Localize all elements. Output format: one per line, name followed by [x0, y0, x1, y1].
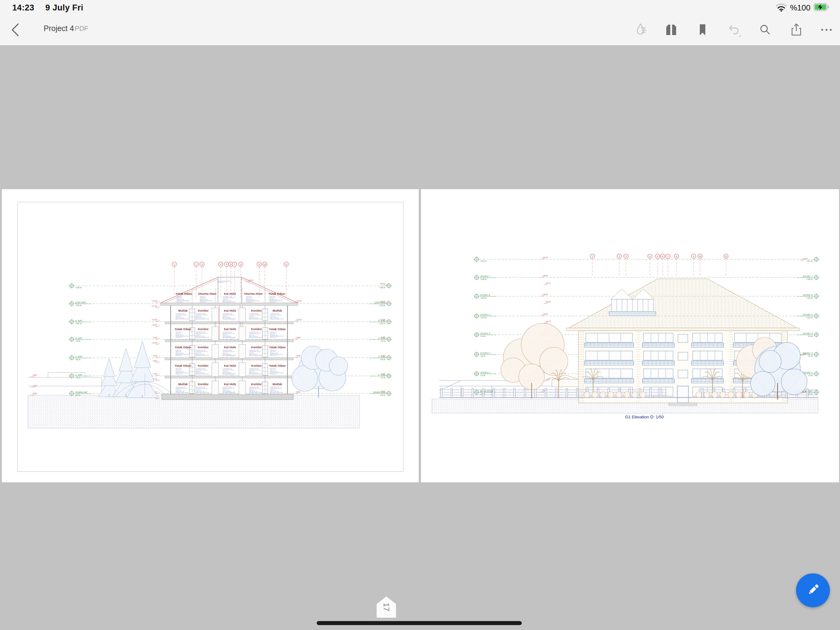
- fence-post: [566, 388, 568, 398]
- fence-post: [503, 388, 505, 398]
- bush: [696, 392, 702, 398]
- spec-line: – Sıva (2.5 cm): [269, 337, 276, 338]
- grid-bubble-label: 2: [196, 263, 197, 266]
- undo-icon[interactable]: [726, 22, 741, 38]
- grid-bubble-label: 7: [234, 263, 235, 266]
- section-door: [212, 345, 219, 358]
- elevation-tag: +11.50: [152, 342, 157, 343]
- grid-bubble-label: 6: [662, 255, 663, 258]
- stair-window: [678, 370, 688, 378]
- story-name: STORY 7: [803, 275, 813, 278]
- roof-spec-line: – Betonarme Döşeme (15 cm): [217, 280, 231, 282]
- spec-line: – İzolasyon (5 cm): [269, 299, 277, 300]
- spec-line: – Sıva (2.5 cm): [269, 301, 275, 303]
- story-elev: +12 m: [807, 316, 813, 319]
- story-name: 2. KAT: [75, 355, 82, 358]
- story-elev: +12 m: [379, 322, 385, 325]
- spec-line: – Sıva (2.5 cm): [175, 374, 182, 375]
- pdf-page-section[interactable]: +18 m+18 m+18.00ÇATI KATI+15 mÇATI KATI+…: [2, 189, 419, 482]
- elevation-drawing: +21 m+21 mSTORY 7+18 mSTORY 7+18 mSTORY …: [421, 189, 839, 482]
- room-label: Koridor: [198, 327, 209, 331]
- grid-bubble-label: 4: [649, 255, 651, 258]
- bush: [616, 392, 622, 398]
- fence-post: [514, 388, 515, 398]
- status-right: %100: [775, 2, 830, 13]
- story-elev: +3 m: [480, 374, 485, 377]
- story-elev: +6 m: [381, 358, 385, 361]
- fence-post: [535, 388, 536, 398]
- elevation-tag: +6.00: [153, 355, 157, 356]
- story-name: STORY 1: [480, 371, 490, 374]
- grid-bubble-label: 9: [693, 255, 694, 258]
- foundation-slab: [162, 394, 293, 400]
- fence-post: [524, 388, 526, 398]
- spec-line: – Betonarme Döşeme (15 cm): [222, 301, 235, 303]
- story-name: STORY 4: [480, 313, 490, 316]
- spec-line: – Betonarme Döşeme (15 cm): [175, 318, 188, 320]
- page-scrubber-tab[interactable]: 17: [377, 597, 396, 618]
- grid-bubble-label: 3: [201, 263, 203, 266]
- spec-line: – İzolasyon (5 cm): [175, 371, 183, 372]
- bush: [728, 392, 734, 398]
- status-time: 14:23: [12, 3, 35, 12]
- stair-window: [678, 334, 688, 342]
- section-door: [239, 345, 246, 358]
- story-name: STORY 3: [803, 332, 813, 335]
- back-button[interactable]: [9, 22, 24, 38]
- roof-spec-line: – Sıva (2.5 cm): [217, 282, 224, 283]
- spec-line: – İzolasyon (5 cm): [175, 334, 183, 336]
- search-icon[interactable]: [758, 22, 772, 38]
- bush: [584, 392, 590, 398]
- grid-bubble-label: 2: [619, 255, 620, 258]
- floor-slab: [165, 322, 293, 324]
- section-door: [212, 381, 219, 395]
- floor-slab: [165, 340, 293, 342]
- fence-post: [482, 388, 484, 398]
- elevation-tag: +18.00: [542, 275, 548, 277]
- home-indicator[interactable]: [317, 621, 522, 625]
- spec-line: – Betonarme Döşeme (15 cm): [222, 392, 235, 393]
- tree-canopy: [781, 369, 807, 395]
- page-view-icon[interactable]: [664, 22, 679, 38]
- story-name: ÇATI KATI: [75, 301, 86, 304]
- grid-bubble-label: 6: [230, 263, 232, 266]
- elevation-tag: +12.00: [542, 313, 548, 315]
- fence-post: [650, 388, 651, 398]
- fence-post: [461, 388, 463, 398]
- spec-line: – İzolasyon (5 cm): [269, 352, 278, 354]
- room-label: Oturma Alanı: [198, 292, 216, 295]
- fence-post: [807, 388, 808, 398]
- room-label: Mutfak: [273, 309, 282, 312]
- story-elev: +3 m: [381, 376, 385, 379]
- grid-bubble-label: 10: [264, 263, 266, 266]
- pdf-page-elevation[interactable]: +21 m+21 mSTORY 7+18 mSTORY 7+18 mSTORY …: [421, 189, 839, 482]
- room-label: Koridor: [198, 382, 209, 386]
- story-elev: +6 m: [480, 355, 485, 358]
- tree-canopy: [750, 371, 775, 396]
- fence-post: [556, 388, 557, 398]
- spec-line: – Betonarme Döşeme (15 cm): [222, 355, 235, 356]
- share-icon[interactable]: [789, 22, 804, 38]
- shed: [552, 375, 579, 387]
- elevation-tag: +15.00: [380, 301, 385, 302]
- room-label: Kat Holü: [224, 364, 236, 367]
- elevation-tag: +21.00: [542, 256, 548, 258]
- story-name: STORY 3: [480, 332, 490, 335]
- spec-line: – Betonarme Döşeme (15 cm): [269, 392, 283, 393]
- bush: [712, 392, 718, 398]
- room-label: Kat Holü: [224, 382, 236, 386]
- elevation-tag: +8.50: [153, 360, 157, 362]
- room-label: Kat Holü: [224, 309, 236, 312]
- story-elev: +15 m: [807, 296, 813, 299]
- story-name: STORY 2: [480, 352, 490, 355]
- edit-fab-button[interactable]: [796, 573, 830, 607]
- bush: [608, 392, 614, 398]
- liquid-mode-icon[interactable]: [635, 22, 649, 38]
- balcony-rail: [692, 361, 723, 365]
- more-icon[interactable]: [819, 22, 834, 38]
- story-elev: +12 m: [75, 322, 82, 325]
- spec-line: – Sıva (2.5 cm): [269, 355, 276, 356]
- bookmark-icon[interactable]: [695, 22, 710, 38]
- grid-bubble-label: 8: [240, 263, 242, 266]
- section-door: [239, 362, 246, 377]
